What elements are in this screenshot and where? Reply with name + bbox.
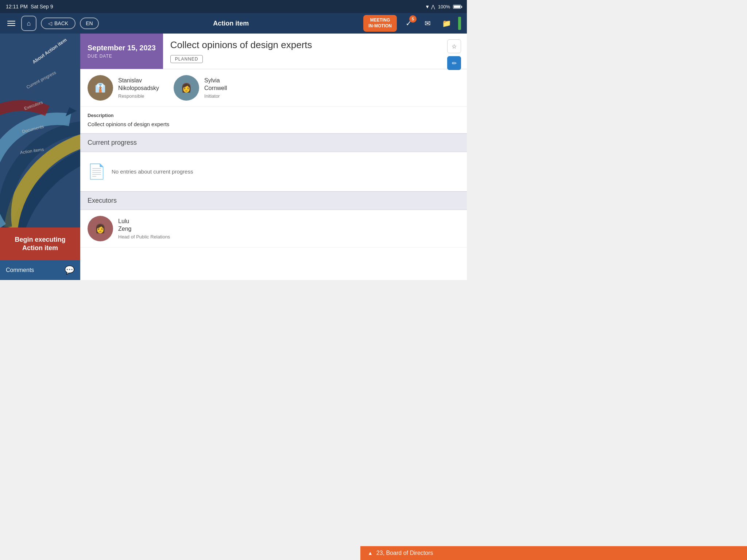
empty-progress-text: No entries about current progress (112, 168, 193, 175)
nav-bar: ⌂ ◁ BACK EN Action item MEETING IN-MOTIO… (0, 13, 467, 34)
status-badge: PLANNED (170, 55, 203, 63)
back-button[interactable]: ◁ BACK (41, 18, 76, 29)
initiator-avatar: 👩 (174, 75, 199, 101)
mail-button[interactable]: ✉ (420, 16, 435, 31)
time-display: 12:11 PM (6, 4, 28, 9)
executor-info: Lulu Zeng Head of Public Relations (118, 218, 170, 240)
status-bar: 12:11 PM Sat Sep 9 ▼ ⋀ 100% (0, 0, 467, 13)
executor-card: 👩 Lulu Zeng Head of Public Relations (88, 216, 460, 241)
initiator-info: Sylvia Cornwell Initiator (204, 77, 227, 99)
initiator-name: Sylvia Cornwell (204, 77, 227, 92)
star-icon: ☆ (452, 43, 457, 50)
edit-button[interactable]: ✏ (447, 56, 461, 70)
home-button[interactable]: ⌂ (21, 16, 36, 31)
executors-header: Executors (80, 191, 467, 210)
menu-button[interactable] (6, 19, 17, 27)
item-title: Collect opinions of design experts (170, 39, 460, 51)
comments-section[interactable]: Comments 💬 (0, 260, 80, 280)
item-header: September 15, 2023 DUE DATE Collect opin… (80, 34, 467, 69)
date-display: Sat Sep 9 (31, 4, 53, 9)
badge-count: 5 (409, 15, 417, 23)
tasks-button[interactable]: ✓ 5 (401, 16, 416, 31)
status-bar-indicator (458, 17, 461, 30)
executor-section: 👩 Lulu Zeng Head of Public Relations (80, 210, 467, 248)
home-icon: ⌂ (27, 20, 31, 27)
mail-icon: ✉ (425, 19, 431, 28)
people-section: 👔 Stanislav Nikoloposadsky Responsible 👩 (80, 69, 467, 107)
responsible-name: Stanislav Nikoloposadsky (118, 77, 159, 92)
left-sidebar: About Action item Current progress Execu… (0, 34, 80, 280)
initiator-card: 👩 Sylvia Cornwell Initiator (174, 75, 227, 101)
due-date: September 15, 2023 (88, 44, 156, 52)
initiator-role: Initiator (204, 93, 227, 99)
folder-button[interactable]: 📁 (439, 16, 454, 31)
radial-menu-area: About Action item Current progress Execu… (0, 34, 80, 228)
favorite-button[interactable]: ☆ (447, 39, 461, 53)
responsible-avatar: 👔 (88, 75, 113, 101)
comments-icon: 💬 (65, 265, 74, 275)
back-arrow-icon: ◁ (48, 20, 52, 26)
folder-icon: 📁 (442, 19, 451, 28)
description-section: Description Collect opinions of design e… (80, 107, 467, 133)
action-icons: ☆ ✏ (447, 39, 461, 70)
nav-title: Action item (103, 20, 359, 27)
title-block: Collect opinions of design experts PLANN… (163, 34, 467, 69)
document-empty-icon: 📄 (88, 163, 106, 180)
begin-executing-button[interactable]: Begin executing Action item (0, 228, 80, 260)
battery-icon (453, 5, 461, 9)
description-label: Description (88, 113, 460, 118)
responsible-card: 👔 Stanislav Nikoloposadsky Responsible (88, 75, 159, 101)
description-text: Collect opinions of design experts (88, 121, 460, 127)
language-button[interactable]: EN (80, 18, 98, 29)
nav-about-action-item[interactable]: About Action item (31, 37, 68, 65)
wifi-icon: ▼ ⋀ (425, 4, 435, 9)
right-content: September 15, 2023 DUE DATE Collect opin… (80, 34, 467, 280)
executor-role: Head of Public Relations (118, 234, 170, 240)
date-block: September 15, 2023 DUE DATE (80, 34, 163, 69)
battery-percent: 100% (438, 4, 450, 9)
current-progress-header: Current progress (80, 133, 467, 152)
meeting-button[interactable]: MEETING IN-MOTION (363, 15, 397, 31)
pencil-icon: ✏ (452, 60, 457, 67)
executor-avatar: 👩 (88, 216, 113, 241)
executor-name: Lulu Zeng (118, 218, 170, 233)
responsible-info: Stanislav Nikoloposadsky Responsible (118, 77, 159, 99)
due-date-label: DUE DATE (88, 54, 156, 59)
svg-marker-0 (66, 107, 77, 116)
responsible-role: Responsible (118, 93, 159, 99)
main-layout: About Action item Current progress Execu… (0, 34, 467, 280)
comments-label: Comments (6, 267, 34, 273)
current-progress-empty: 📄 No entries about current progress (80, 152, 467, 191)
nav-right-actions: MEETING IN-MOTION ✓ 5 ✉ 📁 (363, 15, 461, 31)
